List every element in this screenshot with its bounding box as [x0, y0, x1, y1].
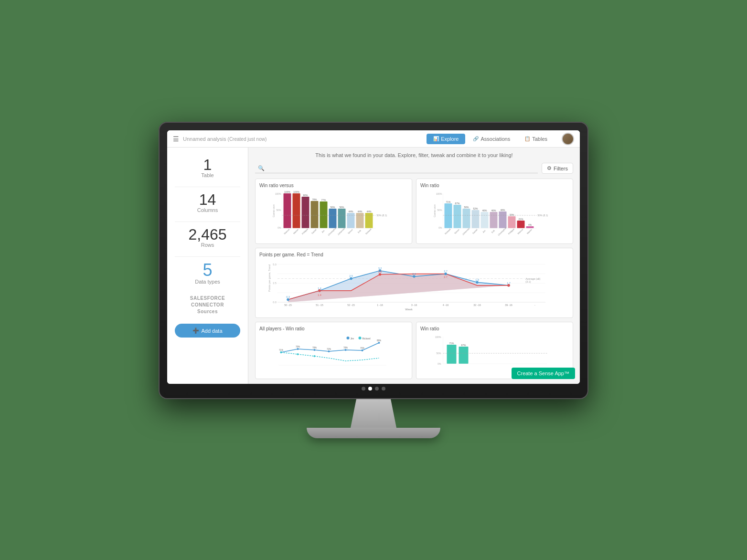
svg-text:5.0: 5.0 — [273, 263, 277, 266]
divider-1 — [175, 187, 240, 187]
svg-text:Average (all): Average (all) — [525, 277, 540, 280]
plus-icon: ➕ — [192, 328, 199, 334]
charts-grid-top: Win ratio versus Games won 100% — [255, 179, 573, 244]
svg-text:0.0: 0.0 — [273, 301, 277, 304]
svg-text:51 -15: 51 -15 — [316, 304, 323, 306]
svg-rect-16 — [347, 213, 355, 228]
user-avatar[interactable] — [562, 133, 574, 145]
create-app-label: Create a Sense App™ — [517, 370, 569, 376]
svg-text:33%: 33% — [509, 213, 514, 216]
svg-point-99 — [379, 273, 382, 276]
tab-associations[interactable]: 🔗 Associations — [466, 134, 517, 144]
stat-datatypes: 5 Data types — [175, 262, 240, 285]
chart-points-per-game: Points per game. Red = Trend Points per … — [255, 248, 573, 318]
content-area: This is what we found in your data. Expl… — [248, 148, 580, 384]
svg-rect-146 — [447, 345, 457, 364]
monitor-stand-neck — [345, 399, 402, 428]
stat-tables-number: 1 — [175, 157, 240, 172]
bar-chart-svg-1: Games won 100% 100% 90% — [259, 191, 408, 239]
svg-text:Games won: Games won — [272, 204, 275, 217]
svg-text:78%: 78% — [312, 198, 317, 201]
svg-text:100%: 100% — [436, 192, 442, 195]
svg-text:75%: 75% — [360, 347, 364, 349]
chart-all-players: All players - Win ratio Jim Rickard — [255, 322, 412, 379]
search-bar: 🔍 ⚙ Filters — [255, 163, 573, 174]
explore-tab-icon: 📊 — [433, 136, 439, 141]
sidebar: 1 Table 14 Columns 2,465 Rows — [167, 148, 248, 384]
tab-explore[interactable]: 📊 Explore — [427, 134, 465, 144]
svg-text:1.4: 1.4 — [318, 287, 321, 290]
svg-text:78%: 78% — [343, 347, 348, 349]
svg-point-129 — [314, 349, 316, 351]
content-header: This is what we found in your data. Expl… — [255, 152, 573, 158]
svg-text:71%: 71% — [449, 342, 454, 345]
svg-text:Erik: Erik — [357, 229, 362, 234]
bar-chart-svg-2: Games won 71% 67% 56% — [420, 191, 569, 239]
monitor-body: ☰ Unnamed analysis (Created just now) 📊 … — [159, 122, 588, 399]
svg-rect-54 — [508, 216, 516, 228]
svg-point-133 — [378, 342, 380, 344]
svg-text:2.8: 2.8 — [378, 270, 382, 273]
svg-text:2.5: 2.5 — [273, 282, 277, 285]
svg-point-123 — [347, 337, 350, 339]
svg-text:Erik: Erik — [491, 229, 496, 234]
nav-dot-3[interactable] — [375, 387, 379, 391]
svg-rect-56 — [517, 221, 525, 228]
nav-dot-4[interactable] — [382, 387, 385, 391]
svg-text:67%: 67% — [455, 202, 460, 205]
chart-win-ratio-right-title: Win ratio — [420, 183, 569, 188]
chart-win-ratio-versus-title: Win ratio versus — [259, 183, 408, 188]
svg-text:Week: Week — [405, 308, 413, 311]
svg-rect-2 — [284, 193, 291, 228]
svg-rect-12 — [329, 209, 337, 228]
stat-columns-number: 14 — [175, 192, 240, 207]
svg-text:50% (8.1): 50% (8.1) — [538, 214, 548, 217]
stat-tables-label: Table — [175, 172, 240, 178]
svg-rect-46 — [472, 210, 480, 228]
nav-dot-2[interactable] — [368, 387, 372, 391]
chart-win-ratio-2-title: Win ratio — [420, 326, 569, 331]
chart-all-players-title: All players - Win ratio — [259, 326, 408, 331]
svg-text:56%: 56% — [464, 206, 469, 209]
svg-text:50%: 50% — [437, 209, 442, 211]
add-data-label: Add data — [201, 328, 222, 334]
svg-text:39 -16: 39 -16 — [505, 304, 512, 306]
svg-text:77%: 77% — [321, 199, 326, 201]
app-title: Unnamed analysis (Created just now) — [183, 136, 423, 142]
add-data-button[interactable]: ➕ Add data — [175, 324, 240, 338]
svg-text:100%: 100% — [284, 191, 290, 193]
svg-text:1.7: 1.7 — [507, 282, 511, 285]
svg-text:Rickard: Rickard — [363, 337, 371, 340]
svg-text:Simon: Simon — [347, 228, 353, 234]
app-title-text: Unnamed analysis — [183, 136, 226, 142]
app: ☰ Unnamed analysis (Created just now) 📊 … — [167, 130, 580, 384]
svg-text:Marcus: Marcus — [517, 228, 523, 234]
nav-dot-1[interactable] — [362, 387, 365, 391]
svg-text:2.7: 2.7 — [444, 275, 448, 278]
stat-tables: 1 Table — [175, 157, 240, 178]
search-input[interactable] — [267, 165, 535, 171]
tab-tables[interactable]: 📋 Tables — [518, 134, 554, 144]
create-app-button[interactable]: Create a Sense App™ — [512, 368, 575, 379]
svg-point-96 — [476, 281, 479, 284]
svg-rect-50 — [490, 212, 498, 228]
svg-text:71%: 71% — [446, 201, 451, 203]
svg-text:100%: 100% — [293, 191, 299, 193]
svg-rect-10 — [320, 201, 328, 228]
svg-text:Jim: Jim — [482, 230, 486, 234]
svg-rect-14 — [338, 209, 346, 228]
svg-text:2.7: 2.7 — [444, 270, 448, 273]
svg-text:100%: 100% — [275, 192, 281, 195]
monitor-screen: ☰ Unnamed analysis (Created just now) 📊 … — [167, 130, 580, 384]
svg-point-98 — [318, 289, 321, 292]
svg-rect-48 — [481, 212, 489, 228]
search-input-wrap[interactable]: 🔍 — [255, 164, 538, 173]
svg-rect-58 — [526, 226, 534, 228]
svg-point-128 — [297, 348, 299, 350]
svg-point-143 — [314, 355, 316, 357]
filters-button[interactable]: ⚙ Filters — [542, 163, 573, 174]
svg-text:Johannes: Johannes — [337, 227, 346, 236]
hamburger-icon[interactable]: ☰ — [173, 135, 179, 143]
svg-text:Jim: Jim — [351, 337, 354, 340]
svg-text:90%: 90% — [303, 194, 308, 197]
